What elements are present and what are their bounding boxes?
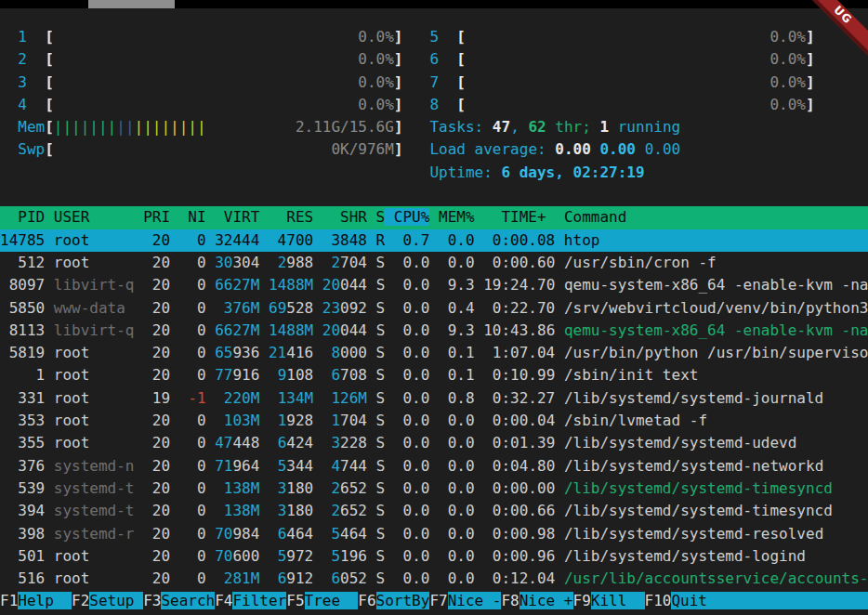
text-segment: 30 xyxy=(215,254,232,271)
cpu6-label: 6 xyxy=(429,50,439,68)
text-segment: [ xyxy=(45,73,54,91)
text-segment: [ xyxy=(45,96,54,113)
cpu5-label: 5 xyxy=(429,28,439,46)
fkey-kill-action[interactable]: Kill xyxy=(591,592,645,609)
text-segment[interactable]: 331 root 19 xyxy=(0,389,188,407)
process-row-353[interactable]: 353 root 20 0 103M 1928 1704 S 0.0 0.0 0… xyxy=(0,410,868,432)
fkey-f9-key[interactable]: F9 xyxy=(573,592,591,609)
process-row-14785[interactable]: 14785 root 20 0 32444 4700 3848 R 0.7 0.… xyxy=(0,229,868,252)
text-segment: libvirt-q xyxy=(54,276,135,294)
terminal-screen[interactable]: 1 [ 0.0%] 5 [ 0.0%] 2 [ 0.0%] 6 [ 0.0%] … xyxy=(0,8,868,615)
debug-ribbon: UG xyxy=(810,0,868,58)
process-row-5850[interactable]: 5850 www-data 20 0 376M 69528 23092 S 0.… xyxy=(0,297,868,320)
fkey-filter-action[interactable]: Filter xyxy=(232,592,286,609)
text-segment[interactable]: 5850 xyxy=(0,299,54,317)
process-row-512[interactable]: 512 root 20 0 30304 2988 2704 S 0.0 0.0 … xyxy=(0,252,868,274)
cpu6-value: 0.0% xyxy=(769,50,806,68)
window-tab[interactable] xyxy=(88,0,175,8)
tasks-count: 47 xyxy=(493,118,510,136)
fkey-sortby-action[interactable]: SortBy xyxy=(376,592,430,609)
process-table-header[interactable]: PID USER PRI NI VIRT RES SHR S CPU% MEM%… xyxy=(0,206,868,229)
text-segment: systemd-t xyxy=(54,502,135,519)
text-segment xyxy=(466,96,770,113)
text-segment xyxy=(54,140,332,158)
fkey-f2-key[interactable]: F2 xyxy=(72,592,89,609)
uptime-value: 6 days, 02:27:19 xyxy=(501,164,644,181)
text-segment: 180 xyxy=(286,502,331,519)
text-segment xyxy=(259,412,277,429)
fkey-setup-action[interactable]: Setup xyxy=(89,592,143,609)
cpu-meter-row-1-5: 1 [ 0.0%] 5 [ 0.0%] xyxy=(0,26,868,48)
text-segment[interactable]: 8097 xyxy=(0,276,54,294)
text-segment[interactable]: 516 root 20 0 xyxy=(0,569,224,587)
text-segment[interactable]: 539 xyxy=(0,479,54,497)
text-segment[interactable]: 512 root 20 0 xyxy=(0,254,215,271)
text-segment: S 0.0 0.8 0:32.27 /lib/systemd/systemd-j… xyxy=(367,389,823,407)
text-segment[interactable]: 376 xyxy=(0,457,54,475)
text-segment xyxy=(466,73,770,91)
text-segment: 928 xyxy=(286,412,331,429)
cpu-meter-row-4-8: 4 [ 0.0%] 8 [ 0.0%] xyxy=(0,94,868,116)
uptime-row: Uptime: 6 days, 02:27:19 xyxy=(0,162,868,184)
fkey-f3-key[interactable]: F3 xyxy=(143,592,161,609)
process-row-398[interactable]: 398 systemd-r 20 0 70984 6464 5464 S 0.0… xyxy=(0,523,868,545)
text-segment xyxy=(439,73,456,91)
process-row-8113[interactable]: 8113 libvirt-q 20 0 6627M 1488M 20044 S … xyxy=(0,320,868,342)
fkey-f5-key[interactable]: F5 xyxy=(286,592,304,609)
text-segment: ] xyxy=(394,118,403,136)
text-segment: 5 xyxy=(278,457,287,475)
process-row-539[interactable]: 539 systemd-t 20 0 138M 3180 2652 S 0.0 … xyxy=(0,478,868,500)
fkey-help-action[interactable]: Help xyxy=(18,592,72,609)
fkey-f8-key[interactable]: F8 xyxy=(501,592,519,609)
text-segment[interactable]: 355 root 20 0 xyxy=(0,434,215,451)
fkey-f4-key[interactable]: F4 xyxy=(215,592,232,609)
cpu5-value: 0.0% xyxy=(769,28,806,46)
text-segment: 052 S 0.0 0.0 0:12.04 xyxy=(340,569,564,587)
fkey-f6-key[interactable]: F6 xyxy=(358,592,375,609)
sort-column-cpu[interactable]: CPU% xyxy=(385,208,429,226)
text-segment xyxy=(439,50,456,68)
text-segment xyxy=(27,96,45,113)
column-headers-right[interactable]: MEM% TIME+ Command xyxy=(429,208,626,226)
process-row-501[interactable]: 501 root 20 0 70600 5972 5196 S 0.0 0.0 … xyxy=(0,545,868,568)
process-row-355[interactable]: 355 root 20 0 47448 6424 3228 S 0.0 0.0 … xyxy=(0,432,868,454)
process-row-394[interactable]: 394 systemd-t 20 0 138M 3180 2652 S 0.0 … xyxy=(0,500,868,522)
text-segment[interactable]: 398 xyxy=(0,525,54,543)
text-segment: 20 0 xyxy=(135,525,216,543)
mem-bar-used: ||||||| xyxy=(54,118,116,136)
function-key-bar[interactable]: F1Help F2Setup F3SearchF4FilterF5Tree F6… xyxy=(0,590,868,612)
fkey-quit-action[interactable]: Quit xyxy=(671,592,725,609)
fkey-f10-key[interactable]: F10 xyxy=(645,592,672,609)
process-row-331[interactable]: 331 root 19 -1 220M 134M 126M S 0.0 0.8 … xyxy=(0,387,868,410)
load-5min: 0.00 xyxy=(599,140,636,158)
text-segment: 416 xyxy=(286,344,331,361)
selected-row-text[interactable]: 14785 root 20 0 32444 4700 3848 R 0.7 0.… xyxy=(0,231,599,249)
text-segment[interactable]: 1 root 20 0 xyxy=(0,366,215,384)
text-segment: 70 xyxy=(215,525,232,543)
text-segment xyxy=(0,164,429,181)
fkey-nice-minus-action[interactable]: Nice - xyxy=(448,592,502,609)
column-headers[interactable]: PID USER PRI NI VIRT RES SHR S xyxy=(0,208,385,226)
process-row-516[interactable]: 516 root 20 0 281M 6912 6052 S 0.0 0.0 0… xyxy=(0,568,868,590)
fkey-tree-action[interactable]: Tree xyxy=(305,592,359,609)
fkey-f1-key[interactable]: F1 xyxy=(0,592,18,609)
text-segment xyxy=(54,50,359,68)
text-segment xyxy=(466,50,770,68)
text-segment[interactable]: 8113 xyxy=(0,321,54,339)
text-segment: 708 S 0.0 0.1 0:10.99 /sbin/init text xyxy=(340,366,698,384)
fkey-search-action[interactable]: Search xyxy=(161,592,215,609)
fkey-f7-key[interactable]: F7 xyxy=(429,592,447,609)
text-segment: [ xyxy=(456,50,466,68)
text-segment: running xyxy=(609,118,680,136)
text-segment[interactable]: 5819 root 20 0 xyxy=(0,344,215,361)
process-row-1[interactable]: 1 root 20 0 77916 9108 6708 S 0.0 0.1 0:… xyxy=(0,364,868,386)
text-segment: 3 xyxy=(278,502,287,519)
text-segment[interactable]: 501 root 20 0 xyxy=(0,547,215,565)
fkey-nice-plus-action[interactable]: Nice + xyxy=(519,592,573,609)
text-segment[interactable]: 353 root 20 0 xyxy=(0,412,224,429)
process-row-5819[interactable]: 5819 root 20 0 65936 21416 8000 S 0.0 0.… xyxy=(0,342,868,364)
text-segment[interactable]: 394 xyxy=(0,502,54,519)
process-row-376[interactable]: 376 systemd-n 20 0 71964 5344 4744 S 0.0… xyxy=(0,455,868,478)
text-segment: 5 xyxy=(331,547,340,565)
process-row-8097[interactable]: 8097 libvirt-q 20 0 6627M 1488M 20044 S … xyxy=(0,274,868,296)
